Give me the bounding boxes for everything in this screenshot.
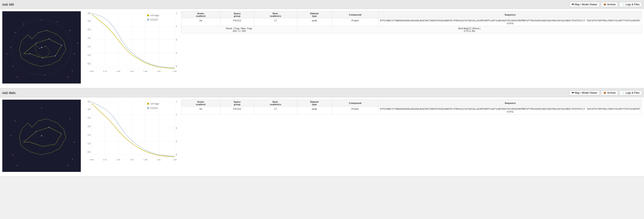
svg-text:2.0: 2.0 [88,125,90,128]
col-num-1: Num.scatterers [254,11,297,18]
topbar-buttons-1: 🗺 Map / Model Viewer 📦 Archive 📄 Logs & … [569,2,642,7]
svg-point-41 [23,24,24,25]
archive-btn-2[interactable]: 📦 Archive [601,90,618,95]
resid-row-1: Resid. / Frag / Max. Frag. 204 / 1 / 204… [181,26,642,33]
svg-point-38 [74,53,75,54]
svg-rect-159 [147,107,149,109]
svg-text:1.0: 1.0 [88,142,90,145]
map-model-label-1: Map / Model Viewer [575,3,597,6]
svg-text:<d*>/sig>: <d*>/sig> [150,14,160,17]
logs-label-2: Logs & Files [626,91,640,94]
svg-point-32 [70,30,70,31]
svg-text:CC(1/2): CC(1/2) [150,107,158,109]
svg-point-114 [15,120,16,121]
svg-text:1.31: 1.31 [157,159,161,161]
sequence-val-2: ATFEIVNRCSYTVWAAASKGDAALDAGGRQLNSGESWTII… [378,107,642,115]
svg-text:6.43: 6.43 [90,159,94,161]
col-anom-2: Anom.scatterer [181,100,220,107]
chart-area-2: 3.5 3.0 2.5 2.0 1.5 1.0 0.5 100 75 50 25… [83,99,179,172]
dataset-type-val-1: peak [297,18,332,26]
col-dataset-1: Datasettype [297,11,332,18]
svg-text:<d*>/sig>: <d*>/sig> [150,103,160,105]
section-title-2: xia2 dials [2,91,16,95]
svg-point-50 [42,57,43,59]
col-space-2: Spacegroup [220,100,254,107]
svg-point-125 [48,127,50,128]
compound-val-2: Protein [332,107,378,115]
results-area-2: Anom.scatterer Spacegroup Num.scatterers… [181,99,642,172]
logs-icon-2: 📄 [622,91,624,94]
svg-text:1.20: 1.20 [173,159,177,161]
svg-point-48 [61,45,62,46]
svg-point-51 [30,53,30,54]
svg-text:2.5: 2.5 [88,28,90,31]
svg-text:100: 100 [176,12,177,15]
svg-point-44 [6,53,7,54]
svg-text:1.46: 1.46 [144,70,147,72]
data-row-2: Se P41212 17 peak Protein ATFEIVNRCSYTVW… [181,107,642,115]
map-model-viewer-btn-1[interactable]: 🗺 Map / Model Viewer [569,2,600,7]
svg-point-46 [36,43,37,44]
svg-point-49 [55,55,56,56]
space-group-val-1: P41212 [220,18,254,26]
chart-svg-1: 3.5 3.0 2.5 2.0 1.5 1.0 0.5 100 75 50 25… [83,11,177,82]
map-model-viewer-btn-2[interactable]: 🗺 Map / Model Viewer [569,90,600,95]
svg-text:25: 25 [176,52,177,54]
svg-point-124 [36,131,37,132]
svg-point-35 [41,20,42,20]
anom-scatterer-val-1: Se [181,18,220,26]
archive-icon-1: 📦 [603,3,606,6]
svg-point-47 [48,39,50,40]
svg-point-116 [12,154,14,155]
molecule-svg-2 [2,100,81,172]
best-mapcc-cell-1: Best MapCC (Resol.) 0.79 (1.30) [297,26,642,33]
logs-files-btn-2[interactable]: 📄 Logs & Files [619,90,642,95]
topbar-xia2-3dii: xia2 3dii 🗺 Map / Model Viewer 📦 Archive… [0,0,644,9]
svg-text:2.01: 2.01 [116,70,120,72]
svg-text:75: 75 [176,25,177,28]
resid-label-1: Resid. / Frag / Max. Frag. 204 / 1 / 204 [181,26,297,33]
svg-text:75: 75 [176,114,177,116]
svg-text:25: 25 [176,140,177,143]
svg-text:2.0: 2.0 [88,37,90,39]
section-xia2-3dii: xia2 3dii 🗺 Map / Model Viewer 📦 Archive… [0,0,644,88]
best-mapcc-label-1: Best MapCC (Resol.) [298,27,640,30]
results-table-1: Anom.scatterer Spacegroup Num.scatterers… [181,11,642,33]
logs-label-1: Logs & Files [626,3,640,6]
map-icon-1: 🗺 [572,3,574,6]
svg-text:50: 50 [176,39,177,41]
col-compound-1: Compound [332,11,378,18]
svg-point-39 [10,47,11,48]
svg-text:1.20: 1.20 [173,70,177,72]
svg-point-53 [46,46,46,47]
svg-point-54 [46,30,47,31]
svg-text:2.01: 2.01 [116,159,120,161]
svg-point-119 [17,165,18,166]
svg-text:1.5: 1.5 [88,134,90,136]
svg-text:50: 50 [176,127,177,129]
archive-icon-2: 📦 [603,91,606,94]
archive-btn-1[interactable]: 📦 Archive [601,2,618,7]
svg-text:1.67: 1.67 [130,70,134,72]
svg-point-34 [72,70,73,71]
best-mapcc-value-1: 0.79 (1.30) [298,30,640,32]
svg-point-42 [57,22,58,23]
section-xia2-dials: xia2 dials 🗺 Map / Model Viewer 📦 Archiv… [0,88,644,177]
svg-point-33 [12,66,14,67]
map-icon-2: 🗺 [572,92,574,94]
svg-point-115 [70,118,70,119]
section-title-1: xia2 3dii [2,3,14,6]
svg-text:0.5: 0.5 [88,151,90,153]
svg-text:1.31: 1.31 [157,70,161,72]
logs-files-btn-1[interactable]: 📄 Logs & Files [619,2,642,7]
anom-scatterer-val-2: Se [181,107,220,115]
num-scatterers-val-1: 17 [254,18,297,26]
results-table-2: Anom.scatterer Spacegroup Num.scatterers… [181,99,642,115]
svg-point-117 [72,159,73,159]
compound-val-1: Protein [332,18,378,26]
svg-point-55 [38,32,39,33]
molecule-viewer-2 [2,99,81,172]
svg-point-123 [41,135,42,136]
svg-point-31 [15,32,16,33]
svg-text:1.5: 1.5 [88,46,90,48]
